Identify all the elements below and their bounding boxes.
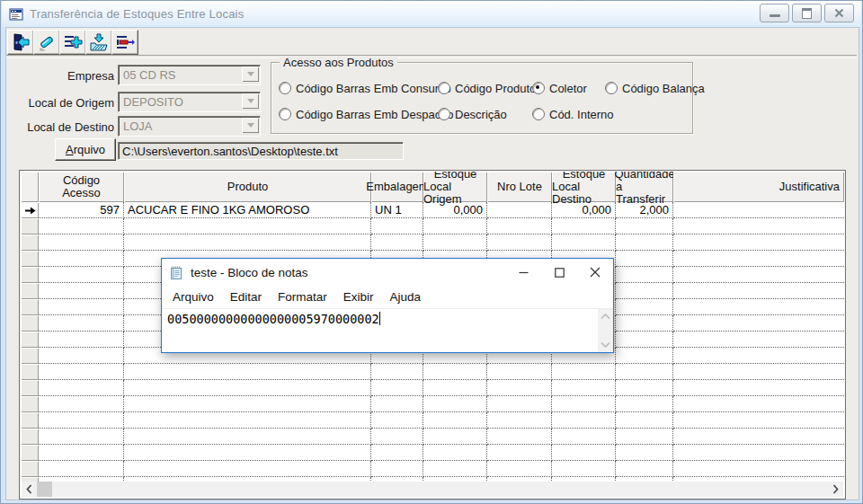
table-row[interactable]: 597 ACUCAR E FINO 1KG AMOROSO UN 1 0,000… — [21, 202, 844, 218]
notepad-minimize-button[interactable] — [505, 259, 541, 286]
menu-formatar[interactable]: Formatar — [270, 290, 335, 304]
cell-quantidade[interactable]: 2,000 — [616, 202, 673, 218]
destino-label: Local de Destino — [10, 120, 114, 134]
clear-button[interactable] — [33, 30, 60, 55]
scroll-down-icon — [601, 341, 610, 348]
add-records-icon — [63, 32, 83, 52]
app-window: Transferência de Estoques Entre Locais — [0, 0, 863, 504]
radio-codigo-barras-emb-despacho[interactable]: Código Barras Emb Despacho — [279, 108, 454, 120]
toolbar — [6, 28, 857, 55]
cell-codigo[interactable]: 597 — [39, 202, 124, 218]
empty-grid-row — [21, 445, 844, 461]
notepad-close-icon — [590, 267, 601, 278]
radio-codigo-barras-emb-consumo[interactable]: Código Barras Emb Consumo — [279, 82, 451, 94]
menu-arquivo[interactable]: Arquivo — [165, 290, 222, 304]
origem-dropdown-icon — [242, 93, 259, 109]
row-indicator — [21, 348, 39, 364]
scroll-right-button[interactable] — [828, 482, 843, 497]
cell-embalagem[interactable]: UN 1 — [371, 202, 423, 218]
exit-door-icon — [11, 32, 31, 52]
header-justificativa: Justificativa — [673, 172, 844, 202]
restore-button[interactable] — [792, 4, 822, 22]
import-file-icon — [89, 32, 109, 52]
empresa-label: Empresa — [10, 69, 114, 83]
notepad-vertical-scrollbar[interactable] — [598, 309, 613, 352]
acesso-groupbox: Acesso aos Produtos Código Barras Emb Co… — [271, 62, 693, 134]
titlebar[interactable]: Transferência de Estoques Entre Locais — [2, 1, 861, 27]
menu-exibir[interactable]: Exibir — [335, 290, 382, 304]
radio-cod-interno[interactable]: Cód. Interno — [532, 108, 614, 120]
row-indicator — [21, 234, 39, 251]
row-indicator — [21, 251, 39, 267]
header-estoque-destino: EstoqueLocal Destino — [552, 172, 616, 202]
minimize-icon — [770, 14, 780, 17]
acesso-group-title: Acesso aos Produtos — [280, 56, 397, 69]
notepad-titlebar[interactable]: teste - Bloco de notas — [162, 259, 613, 286]
menu-editar[interactable]: Editar — [222, 290, 270, 304]
cell-justificativa[interactable] — [673, 202, 844, 218]
origem-value: DEPOSITO — [123, 95, 183, 109]
row-indicator — [21, 315, 39, 332]
header-produto: Produto — [124, 172, 371, 202]
row-indicator — [21, 299, 39, 315]
notepad-maximize-button[interactable] — [541, 259, 577, 286]
radio-descricao[interactable]: Descrição — [438, 108, 507, 120]
radio-icon — [438, 82, 450, 94]
arquivo-button[interactable]: Arquivo — [55, 138, 116, 161]
current-row-indicator — [21, 202, 39, 218]
row-indicator — [21, 218, 39, 234]
notepad-maximize-icon — [555, 268, 565, 278]
radio-icon — [279, 82, 291, 94]
add-records-button[interactable] — [59, 30, 86, 55]
restore-icon — [802, 8, 812, 19]
radio-coletor[interactable]: Coletor — [532, 82, 587, 94]
row-arrow-icon — [24, 207, 36, 215]
cell-estoque-origem[interactable]: 0,000 — [423, 202, 487, 218]
row-indicator — [21, 396, 39, 412]
header-embalagem: Embalagem — [371, 172, 423, 202]
horizontal-scrollbar[interactable] — [22, 482, 843, 497]
empty-grid-row — [21, 234, 844, 251]
destino-value: LOJA — [123, 119, 153, 133]
export-post-button[interactable] — [111, 30, 138, 55]
row-indicator — [21, 412, 39, 429]
scroll-right-icon — [832, 484, 839, 494]
header-quantidade: Quantidadea Transferir — [616, 172, 673, 202]
close-button[interactable] — [824, 4, 854, 22]
empty-grid-row — [21, 412, 844, 429]
import-file-button[interactable] — [85, 30, 112, 55]
cell-nro-lote[interactable] — [487, 202, 552, 218]
origem-label: Local de Origem — [10, 96, 114, 110]
minimize-button[interactable] — [760, 4, 789, 22]
close-icon — [834, 8, 844, 18]
exit-button[interactable] — [7, 30, 34, 55]
row-indicator — [21, 461, 39, 477]
window-title: Transferência de Estoques Entre Locais — [30, 7, 244, 21]
notepad-title: teste - Bloco de notas — [191, 266, 308, 279]
radio-selected-icon — [532, 82, 545, 94]
notepad-content: 00500000000000000005970000002 — [167, 312, 379, 326]
header-indicator — [21, 172, 39, 202]
notepad-close-button[interactable] — [577, 259, 613, 286]
radio-icon — [279, 108, 291, 120]
row-indicator — [21, 445, 39, 461]
menu-ajuda[interactable]: Ajuda — [382, 290, 430, 304]
notepad-window: teste - Bloco de notas — [161, 258, 614, 353]
scrollbar-thumb[interactable] — [37, 482, 52, 497]
app-icon — [9, 7, 23, 22]
arquivo-path-field[interactable]: C:\Users\everton.santos\Desktop\teste.tx… — [118, 142, 404, 160]
radio-codigo-balanca[interactable]: Código Balança — [605, 82, 705, 94]
empty-grid-row — [21, 461, 844, 477]
notepad-text-area[interactable]: 00500000000000000005970000002 — [162, 309, 613, 352]
scroll-left-icon — [26, 484, 32, 494]
destino-combobox: LOJA — [118, 116, 261, 137]
scroll-left-button[interactable] — [22, 482, 37, 497]
notepad-icon — [169, 265, 184, 280]
cell-produto[interactable]: ACUCAR E FINO 1KG AMOROSO — [124, 202, 371, 218]
text-caret — [379, 312, 380, 325]
empresa-dropdown-icon — [242, 66, 259, 82]
cell-estoque-destino[interactable]: 0,000 — [552, 202, 616, 218]
header-nro-lote: Nro Lote — [487, 172, 552, 202]
row-indicator — [21, 364, 39, 380]
radio-codigo-produto[interactable]: Código Produto — [438, 82, 536, 94]
